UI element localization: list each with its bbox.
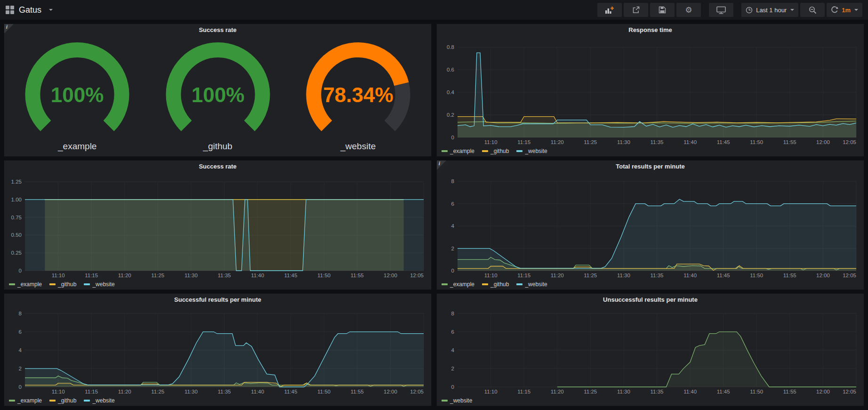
svg-text:100%: 100% xyxy=(191,83,244,106)
gauge-arc: 78.34% xyxy=(291,40,426,142)
svg-text:0.50: 0.50 xyxy=(11,232,22,238)
svg-text:11:50: 11:50 xyxy=(750,139,763,145)
share-button[interactable] xyxy=(624,3,648,17)
dashboard-grid: i Success rate 100% _example 100% _githu… xyxy=(0,20,868,410)
successful-results-chart[interactable]: 0246811:1011:1511:2011:2511:3011:3511:40… xyxy=(7,305,428,395)
gauge-label: _website xyxy=(340,141,376,152)
legend-item_website[interactable]: _website xyxy=(516,281,547,288)
chart-legend: _example_github_website xyxy=(437,279,864,289)
svg-text:11:35: 11:35 xyxy=(651,139,664,145)
panel-title[interactable]: Response time xyxy=(437,24,864,35)
refresh-interval-label: 1m xyxy=(842,7,851,14)
legend-item_example[interactable]: _example xyxy=(442,281,474,288)
svg-text:6: 6 xyxy=(451,201,454,207)
tv-mode-button[interactable] xyxy=(709,3,733,17)
legend-item_website[interactable]: _website xyxy=(442,397,472,404)
svg-text:11:25: 11:25 xyxy=(584,273,597,278)
panel-title[interactable]: Total results per minute xyxy=(437,161,864,172)
svg-text:11:25: 11:25 xyxy=(151,389,164,394)
svg-text:8: 8 xyxy=(19,311,22,316)
panel-title[interactable]: Unsuccessful results per minute xyxy=(437,294,864,305)
panel-unsuccessful-results: Unsuccessful results per minute 0246811:… xyxy=(436,293,864,406)
panel-title[interactable]: Successful results per minute xyxy=(4,294,431,305)
add-panel-button[interactable] xyxy=(597,3,622,17)
svg-text:11:20: 11:20 xyxy=(118,273,131,278)
svg-text:11:40: 11:40 xyxy=(251,273,264,278)
gauge-arc: 100% xyxy=(10,40,145,142)
refresh-icon xyxy=(831,6,838,14)
time-range-label: Last 1 hour xyxy=(756,7,787,14)
legend-item_github[interactable]: _github xyxy=(482,148,509,154)
info-icon[interactable]: i xyxy=(6,24,8,30)
caret-down-icon[interactable] xyxy=(49,9,53,11)
settings-button[interactable]: ⚙ xyxy=(676,3,701,17)
success-rate-chart[interactable]: 00.250.500.751.001.2511:1011:1511:2011:2… xyxy=(7,172,428,279)
legend-item_website[interactable]: _website xyxy=(516,148,547,154)
svg-text:11:40: 11:40 xyxy=(683,389,697,394)
legend-item_example[interactable]: _example xyxy=(9,397,42,404)
gauge-example: 100% _example xyxy=(10,40,145,152)
svg-text:11:55: 11:55 xyxy=(351,389,364,394)
gauge-label: _example xyxy=(58,141,96,152)
legend-item_github[interactable]: _github xyxy=(482,281,509,288)
zoom-out-button[interactable] xyxy=(800,3,825,17)
svg-text:11:15: 11:15 xyxy=(85,389,98,394)
time-range-picker[interactable]: Last 1 hour xyxy=(741,3,798,17)
legend-swatch xyxy=(516,150,522,152)
legend-item_website[interactable]: _website xyxy=(84,397,114,404)
svg-text:12:05: 12:05 xyxy=(843,273,856,278)
panel-info-corner[interactable] xyxy=(4,24,14,33)
dashboard-title[interactable]: Gatus xyxy=(19,5,41,15)
legend-swatch xyxy=(482,150,488,152)
legend-item_example[interactable]: _example xyxy=(9,281,42,288)
svg-text:11:20: 11:20 xyxy=(551,389,564,394)
chart-legend: _website xyxy=(437,395,864,406)
panel-success-rate-timeseries: Success rate 00.250.500.751.001.2511:101… xyxy=(4,160,432,290)
svg-text:0: 0 xyxy=(451,135,454,140)
add-panel-icon xyxy=(605,6,614,14)
share-icon xyxy=(632,6,640,14)
svg-text:11:40: 11:40 xyxy=(683,139,697,145)
legend-item_example[interactable]: _example xyxy=(442,148,474,154)
svg-text:11:35: 11:35 xyxy=(218,389,231,394)
save-button[interactable] xyxy=(650,3,675,17)
legend-swatch xyxy=(442,400,448,402)
svg-text:11:45: 11:45 xyxy=(284,273,297,278)
zoom-out-icon xyxy=(809,6,817,14)
svg-text:11:25: 11:25 xyxy=(151,273,164,278)
panel-title[interactable]: Success rate xyxy=(4,24,431,35)
refresh-button[interactable]: 1m xyxy=(827,3,862,17)
svg-text:0: 0 xyxy=(451,268,454,273)
dashboards-grid-icon[interactable] xyxy=(6,6,14,14)
svg-text:8: 8 xyxy=(451,311,454,316)
info-icon[interactable]: i xyxy=(439,161,440,166)
svg-text:1.25: 1.25 xyxy=(11,179,22,185)
svg-text:12:00: 12:00 xyxy=(816,273,830,278)
save-icon xyxy=(659,6,666,14)
legend-item_github[interactable]: _github xyxy=(49,397,76,404)
svg-text:2: 2 xyxy=(451,366,454,371)
settings-gear-icon: ⚙ xyxy=(685,6,692,14)
panel-info-corner[interactable] xyxy=(437,161,446,170)
legend-swatch xyxy=(516,283,522,285)
svg-text:100%: 100% xyxy=(51,83,104,106)
legend-item_github[interactable]: _github xyxy=(49,281,76,288)
legend-swatch xyxy=(49,283,56,285)
legend-swatch xyxy=(84,283,90,285)
svg-text:11:30: 11:30 xyxy=(185,273,198,278)
svg-text:12:05: 12:05 xyxy=(410,273,424,278)
unsuccessful-results-chart[interactable]: 0246811:1011:1511:2011:2511:3011:3511:40… xyxy=(440,305,861,395)
svg-text:11:10: 11:10 xyxy=(484,273,498,278)
svg-text:12:05: 12:05 xyxy=(843,139,856,145)
panel-title[interactable]: Success rate xyxy=(4,161,431,172)
svg-text:78.34%: 78.34% xyxy=(323,83,393,106)
caret-down-icon xyxy=(790,9,794,11)
response-time-chart[interactable]: 00.20.40.60.811:1011:1511:2011:2511:3011… xyxy=(440,35,861,146)
svg-text:12:00: 12:00 xyxy=(816,139,830,145)
svg-text:11:30: 11:30 xyxy=(617,139,630,145)
legend-item_website[interactable]: _website xyxy=(84,281,114,288)
svg-text:2: 2 xyxy=(451,246,454,251)
svg-text:12:05: 12:05 xyxy=(410,389,424,394)
total-results-chart[interactable]: 0246811:1011:1511:2011:2511:3011:3511:40… xyxy=(440,172,861,279)
svg-text:11:15: 11:15 xyxy=(85,273,98,278)
